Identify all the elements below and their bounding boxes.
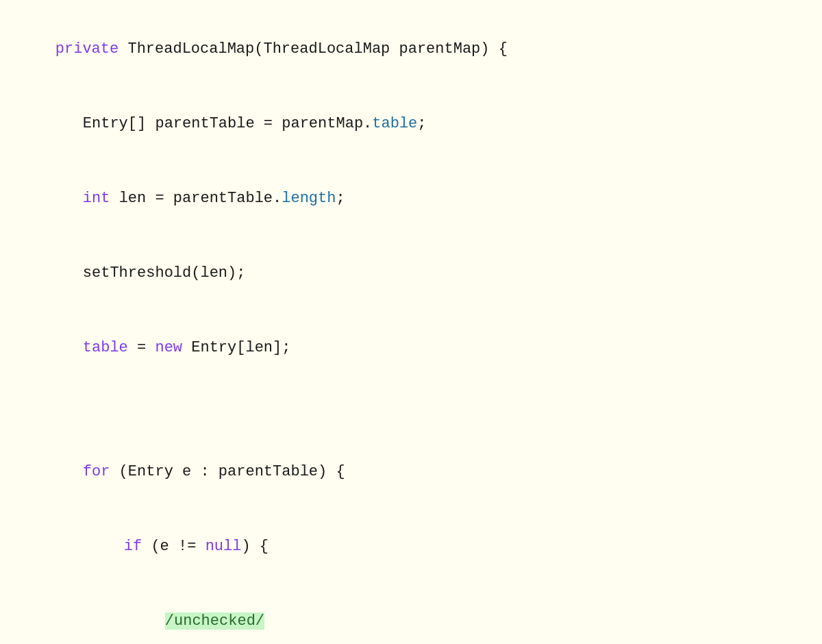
code-line-3: int len = parentTable.length;	[19, 162, 803, 236]
code-viewer: private ThreadLocalMap(ThreadLocalMap pa…	[0, 0, 822, 644]
line1-rest: ThreadLocalMap(ThreadLocalMap parentMap)…	[127, 40, 508, 58]
keyword-table: table	[83, 339, 128, 356]
code-line-2: Entry[] parentTable = parentMap.table;	[19, 87, 803, 162]
line3-rest: len = parentTable.	[119, 190, 282, 207]
line4-text: setThreshold(len);	[83, 264, 246, 282]
code-line-5: table = new Entry[len];	[19, 311, 803, 386]
keyword-private: private	[55, 40, 128, 58]
keyword-for: for	[83, 463, 110, 480]
comment-unchecked: /unchecked/	[165, 612, 264, 630]
code-line-9: if (e != null) {	[19, 510, 803, 584]
field-table: table	[372, 115, 417, 132]
code-line-1: private ThreadLocalMap(ThreadLocalMap pa…	[19, 12, 803, 87]
code-line-10: /unchecked/	[19, 584, 803, 644]
code-line-blank2	[19, 410, 803, 435]
keyword-null-1: null	[206, 538, 242, 555]
line2-text: Entry[] parentTable = parentMap.	[83, 115, 372, 132]
keyword-int-1: int	[83, 190, 119, 207]
field-length: length	[282, 190, 336, 207]
keyword-new-1: new	[155, 339, 182, 356]
code-line-4: setThreshold(len);	[19, 236, 803, 311]
code-line-blank1	[19, 385, 803, 410]
keyword-if-1: if	[124, 538, 142, 555]
code-line-8: for (Entry e : parentTable) {	[19, 435, 803, 510]
